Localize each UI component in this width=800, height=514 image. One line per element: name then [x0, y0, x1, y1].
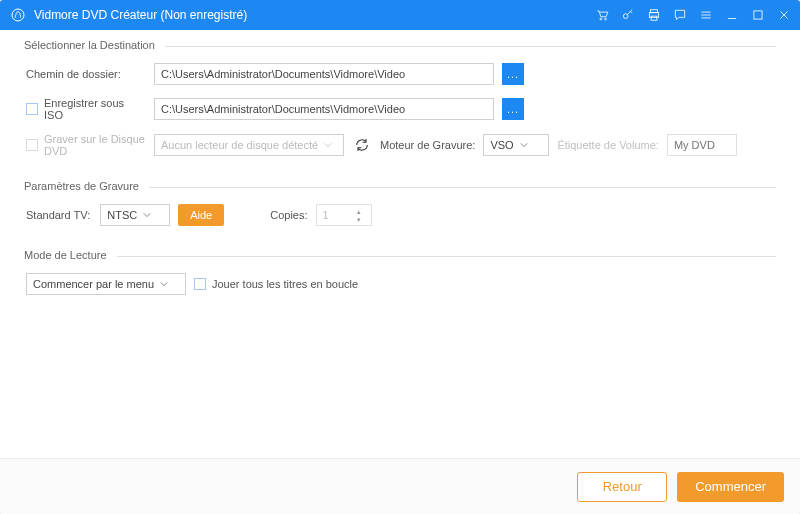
iso-path-input[interactable] — [154, 98, 494, 120]
svg-point-1 — [600, 18, 602, 20]
maximize-icon[interactable] — [750, 7, 766, 23]
start-button[interactable]: Commencer — [677, 472, 784, 502]
app-logo-icon — [10, 7, 26, 23]
tv-standard-select[interactable]: NTSC — [100, 204, 170, 226]
row-burn-params: Standard TV: NTSC Aide Copies: ▴ ▾ — [26, 204, 774, 226]
footer: Retour Commencer — [0, 458, 800, 514]
stepper-down-icon[interactable]: ▾ — [357, 216, 369, 223]
app-window: Vidmore DVD Créateur (Non enregistré) Sé… — [0, 0, 800, 514]
app-title: Vidmore DVD Créateur (Non enregistré) — [34, 8, 594, 22]
content-area: Sélectionner la Destination Chemin de do… — [0, 30, 800, 458]
engine-select-value: VSO — [490, 139, 513, 151]
loop-titles-text: Jouer tous les titres en boucle — [212, 278, 358, 290]
titlebar-actions — [594, 7, 792, 23]
svg-point-2 — [605, 18, 607, 20]
refresh-drives-button[interactable] — [352, 135, 372, 155]
svg-rect-4 — [651, 10, 658, 13]
feedback-icon[interactable] — [672, 7, 688, 23]
chevron-down-icon — [143, 209, 151, 221]
minimize-icon[interactable] — [724, 7, 740, 23]
browse-iso-button[interactable]: ... — [502, 98, 524, 120]
burn-disc-text: Graver sur le Disque DVD — [44, 133, 146, 157]
stepper-up-icon[interactable]: ▴ — [357, 208, 369, 215]
titlebar: Vidmore DVD Créateur (Non enregistré) — [0, 0, 800, 30]
section-destination: Sélectionner la Destination Chemin de do… — [24, 46, 776, 179]
burn-disc-checkbox-label[interactable]: Graver sur le Disque DVD — [26, 133, 146, 157]
tv-standard-value: NTSC — [107, 209, 137, 221]
save-iso-checkbox[interactable] — [26, 103, 38, 115]
folder-path-label: Chemin de dossier: — [26, 68, 146, 80]
key-icon[interactable] — [620, 7, 636, 23]
loop-titles-checkbox[interactable] — [194, 278, 206, 290]
save-iso-text: Enregistrer sous ISO — [44, 97, 146, 121]
printer-icon[interactable] — [646, 7, 662, 23]
drive-select-value: Aucun lecteur de disque détecté — [161, 139, 318, 151]
svg-rect-7 — [754, 11, 762, 19]
tv-standard-label: Standard TV: — [26, 209, 90, 221]
row-playback: Commencer par le menu Jouer tous les tit… — [26, 273, 774, 295]
chevron-down-icon — [324, 139, 332, 151]
chevron-down-icon — [520, 139, 528, 151]
burn-disc-checkbox[interactable] — [26, 139, 38, 151]
section-playback-legend: Mode de Lecture — [24, 249, 117, 261]
volume-label: Étiquette de Volume: — [557, 139, 659, 151]
cart-icon[interactable] — [594, 7, 610, 23]
playback-mode-select[interactable]: Commencer par le menu — [26, 273, 186, 295]
folder-path-input[interactable] — [154, 63, 494, 85]
close-icon[interactable] — [776, 7, 792, 23]
section-destination-legend: Sélectionner la Destination — [24, 39, 165, 51]
svg-point-3 — [623, 14, 628, 19]
chevron-down-icon — [160, 278, 168, 290]
row-save-iso: Enregistrer sous ISO ... — [26, 97, 774, 121]
section-playback: Mode de Lecture Commencer par le menu Jo… — [24, 256, 776, 317]
row-burn-disc: Graver sur le Disque DVD Aucun lecteur d… — [26, 133, 774, 157]
drive-select[interactable]: Aucun lecteur de disque détecté — [154, 134, 344, 156]
section-burn-params-legend: Paramètres de Gravure — [24, 180, 149, 192]
svg-rect-6 — [651, 16, 657, 20]
svg-point-0 — [12, 9, 24, 21]
browse-folder-button[interactable]: ... — [502, 63, 524, 85]
row-folder-path: Chemin de dossier: ... — [26, 63, 774, 85]
copies-stepper[interactable]: ▴ ▾ — [316, 204, 372, 226]
back-button[interactable]: Retour — [577, 472, 667, 502]
engine-select[interactable]: VSO — [483, 134, 549, 156]
help-button[interactable]: Aide — [178, 204, 224, 226]
engine-label: Moteur de Gravure: — [380, 139, 475, 151]
menu-icon[interactable] — [698, 7, 714, 23]
volume-label-input[interactable] — [667, 134, 737, 156]
section-burn-params: Paramètres de Gravure Standard TV: NTSC … — [24, 187, 776, 248]
save-iso-checkbox-label[interactable]: Enregistrer sous ISO — [26, 97, 146, 121]
playback-mode-value: Commencer par le menu — [33, 278, 154, 290]
copies-label: Copies: — [270, 209, 307, 221]
loop-titles-checkbox-label[interactable]: Jouer tous les titres en boucle — [194, 278, 358, 290]
